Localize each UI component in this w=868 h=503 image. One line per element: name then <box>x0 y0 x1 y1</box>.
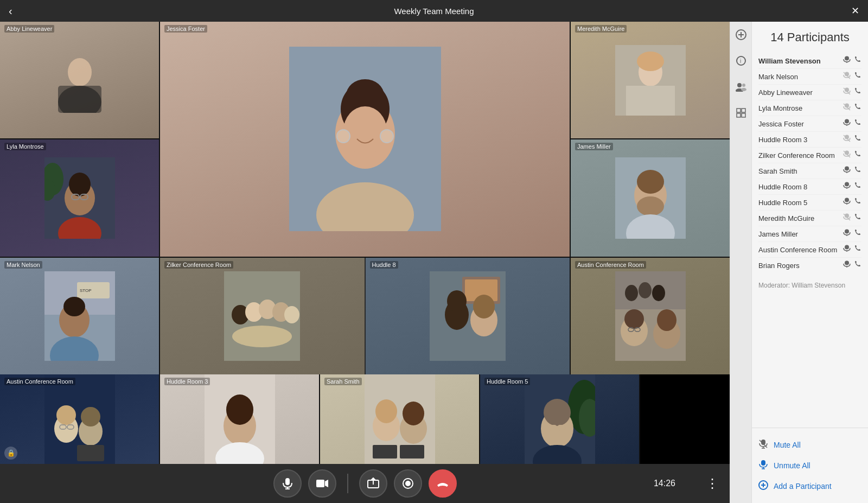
end-call-button[interactable] <box>429 469 457 498</box>
svg-rect-108 <box>742 109 745 112</box>
svg-point-67 <box>81 407 100 426</box>
video-cell-mark[interactable]: STOP Mark Nelson <box>0 258 159 374</box>
video-cell-huddle8[interactable]: Huddle 8 <box>366 258 570 374</box>
svg-rect-68 <box>77 445 104 461</box>
participant-row-0[interactable]: William Stevenson <box>758 53 861 69</box>
video-cell-huddle5[interactable]: Sarah Smith <box>320 374 479 464</box>
unmute-all-label: Unmute All <box>774 461 810 470</box>
mic-icon-12[interactable] <box>843 245 851 254</box>
mic-icon-11[interactable] <box>843 229 851 239</box>
mic-icon-10[interactable] <box>843 213 851 223</box>
participant-row-7[interactable]: Sarah Smith <box>758 163 861 179</box>
mic-icon-5[interactable] <box>843 135 851 144</box>
svg-rect-143 <box>761 460 765 466</box>
phone-icon-4[interactable] <box>854 119 861 129</box>
video-button[interactable] <box>308 469 336 498</box>
record-button[interactable] <box>394 469 422 498</box>
sidebar-actions: Mute All Unmute All <box>752 428 868 503</box>
video-layout-icon-btn[interactable] <box>732 104 750 122</box>
mic-icon-9[interactable] <box>843 198 851 207</box>
participant-row-3[interactable]: Lyla Montrose <box>758 100 861 116</box>
phone-icon-5[interactable] <box>854 135 861 144</box>
mic-icon-8[interactable] <box>843 182 851 192</box>
participant-icons-12 <box>843 245 861 254</box>
phone-icon-7[interactable] <box>854 166 861 176</box>
svg-rect-133 <box>845 230 849 234</box>
participant-row-6[interactable]: Zilker Conference Room <box>758 148 861 163</box>
video-cell-lyla[interactable]: Lyla Montrose <box>0 139 159 256</box>
mute-all-icon <box>758 439 768 451</box>
video-cell-row3-center: Zilker Conference Room <box>160 258 570 374</box>
mic-icon-2[interactable] <box>843 87 851 97</box>
name-mark: Mark Nelson <box>4 261 42 269</box>
svg-rect-125 <box>845 167 849 171</box>
svg-point-97 <box>405 481 411 486</box>
participant-name-4: Jessica Foster <box>758 120 843 128</box>
participants-icon-btn[interactable] <box>732 78 750 95</box>
moderator-label: Moderator: William Stevenson <box>758 279 861 291</box>
participant-row-1[interactable]: Mark Nelson <box>758 69 861 85</box>
phone-icon-0[interactable] <box>854 56 861 66</box>
participant-row-11[interactable]: James Miller <box>758 226 861 242</box>
mic-icon-1[interactable] <box>843 72 851 81</box>
participant-row-5[interactable]: Huddle Room 3 <box>758 132 861 148</box>
name-austin: Austin Conference Room <box>575 261 646 269</box>
video-cell-meredith[interactable]: Meredith McGuire <box>571 22 730 138</box>
name-abby: Abby Lineweaver <box>4 25 54 33</box>
info-icon-btn[interactable]: i <box>732 52 750 69</box>
phone-icon-6[interactable] <box>854 150 861 160</box>
phone-icon-12[interactable] <box>854 245 861 254</box>
participant-row-2[interactable]: Abby Lineweaver <box>758 85 861 100</box>
video-cell-sarah[interactable]: Huddle Room 3 <box>160 374 319 464</box>
video-cell-zilker[interactable]: Zilker Conference Room <box>160 258 365 374</box>
svg-point-103 <box>737 83 742 87</box>
participant-row-9[interactable]: Huddle Room 5 <box>758 195 861 211</box>
video-cell-abby[interactable]: Abby Lineweaver <box>0 22 159 138</box>
phone-icon-10[interactable] <box>854 213 861 223</box>
participant-icons-11 <box>843 229 861 239</box>
phone-icon-8[interactable] <box>854 182 861 192</box>
participant-row-12[interactable]: Austin Conference Room <box>758 242 861 258</box>
video-cell-austin[interactable]: Austin Conference Room <box>571 258 730 374</box>
unmute-all-row[interactable]: Unmute All <box>758 455 861 476</box>
phone-icon-13[interactable] <box>854 260 861 270</box>
mic-icon-6[interactable] <box>843 150 851 160</box>
mic-icon-7[interactable] <box>843 166 851 176</box>
participant-row-13[interactable]: Brian Rogers <box>758 258 861 273</box>
share-button[interactable] <box>359 469 387 498</box>
video-cell-jessica[interactable]: Jessica Foster <box>160 22 570 257</box>
mic-icon-13[interactable] <box>843 260 851 270</box>
call-timer: 14:26 <box>654 479 675 488</box>
mic-icon-3[interactable] <box>843 103 851 113</box>
name-sarah: Huddle Room 3 <box>164 378 210 385</box>
mic-button[interactable] <box>273 469 302 498</box>
participant-row-4[interactable]: Jessica Foster <box>758 116 861 132</box>
mic-icon-4[interactable] <box>843 119 851 129</box>
participant-row-8[interactable]: Huddle Room 8 <box>758 179 861 195</box>
back-button[interactable]: ‹ <box>9 5 12 17</box>
svg-point-71 <box>226 394 253 425</box>
participant-row-10[interactable]: Meredith McGuire <box>758 211 861 226</box>
unmute-all-icon <box>758 460 768 472</box>
control-bar: 14:26 ⋮ <box>0 464 730 503</box>
video-cell-james[interactable]: James Miller <box>571 139 730 256</box>
participant-name-10: Meredith McGuire <box>758 214 843 222</box>
add-to-call-icon-btn[interactable] <box>732 26 750 43</box>
close-button[interactable]: ✕ <box>851 5 859 17</box>
svg-rect-127 <box>845 182 849 187</box>
video-cell-huddle3[interactable]: Austin Conference Room 🔒 <box>0 374 159 464</box>
more-options-button[interactable]: ⋮ <box>706 476 719 491</box>
svg-point-8 <box>337 130 350 143</box>
phone-icon-9[interactable] <box>854 198 861 207</box>
phone-icon-3[interactable] <box>854 103 861 113</box>
mic-icon-0[interactable] <box>843 56 851 66</box>
video-cell-brian[interactable]: Huddle Room 5 <box>480 374 639 464</box>
phone-icon-2[interactable] <box>854 87 861 97</box>
participant-icons-2 <box>843 87 861 97</box>
add-participant-row[interactable]: Add a Participant <box>758 476 861 496</box>
phone-icon-11[interactable] <box>854 229 861 239</box>
svg-point-53 <box>639 282 652 298</box>
mute-all-row[interactable]: Mute All <box>758 435 861 455</box>
phone-icon-1[interactable] <box>854 72 861 81</box>
svg-point-0 <box>68 58 92 86</box>
